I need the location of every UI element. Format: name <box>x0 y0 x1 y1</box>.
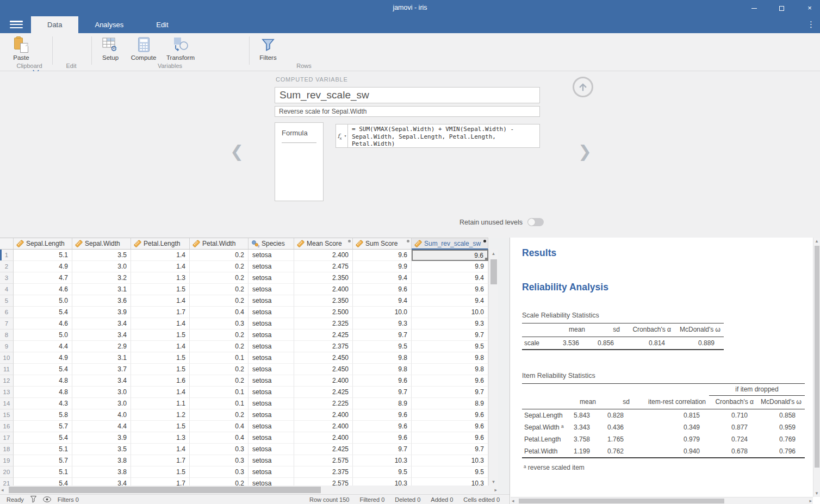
grid-cell[interactable]: 2.375 <box>294 341 353 352</box>
grid-cell[interactable]: 9.5 <box>412 341 488 352</box>
grid-cell[interactable]: 9.6 <box>412 421 488 432</box>
scroll-right-icon[interactable]: ▸ <box>809 498 812 503</box>
grid-cell[interactable]: 2.425 <box>294 444 353 455</box>
row-number[interactable]: 1 <box>0 250 14 261</box>
grid-cell[interactable]: 5.4 <box>14 364 72 375</box>
grid-cell[interactable]: 3.6 <box>72 295 131 307</box>
grid-cell[interactable]: 9.5 <box>353 341 412 352</box>
grid-cell[interactable]: 9.9 <box>353 261 412 272</box>
grid-cell[interactable]: 8.9 <box>412 398 488 409</box>
scroll-left-icon[interactable]: ◂ <box>512 498 514 503</box>
filters-button[interactable]: Filters <box>256 36 281 61</box>
grid-cell[interactable]: setosa <box>249 261 294 272</box>
row-number[interactable]: 12 <box>0 375 14 387</box>
scroll-down-icon[interactable]: ▾ <box>489 478 498 486</box>
compute-button[interactable]: Compute <box>128 36 159 61</box>
grid-cell[interactable]: 9.3 <box>353 318 412 329</box>
column-header[interactable]: Petal.Length <box>131 238 190 250</box>
collapse-editor-button[interactable] <box>573 77 593 97</box>
overflow-menu-icon[interactable]: ⋮ <box>807 19 815 30</box>
grid-cell[interactable]: 1.7 <box>131 478 190 486</box>
grid-cell[interactable]: 3.1 <box>72 284 131 295</box>
grid-cell[interactable]: 9.3 <box>412 318 488 329</box>
column-header[interactable]: Sum_rev_scale_sw <box>412 238 488 250</box>
row-number[interactable]: 5 <box>0 295 14 307</box>
grid-cell[interactable]: 9.4 <box>353 272 412 284</box>
column-header[interactable]: Sepal.Length <box>14 238 72 250</box>
grid-cell[interactable]: 0.2 <box>190 364 249 375</box>
grid-cell[interactable]: setosa <box>249 478 294 486</box>
grid-cell[interactable]: 10.3 <box>412 455 488 466</box>
grid-cell[interactable]: 0.2 <box>190 341 249 352</box>
grid-cell[interactable]: 3.4 <box>72 478 131 486</box>
row-number[interactable]: 21 <box>0 478 14 486</box>
grid-cell[interactable]: setosa <box>249 466 294 478</box>
grid-cell[interactable]: 1.5 <box>131 284 190 295</box>
grid-cell[interactable]: 4.8 <box>14 375 72 387</box>
grid-cell[interactable]: setosa <box>249 329 294 341</box>
grid-cell[interactable]: 0.2 <box>190 375 249 387</box>
grid-cell[interactable]: 0.2 <box>190 409 249 421</box>
grid-cell[interactable]: 0.3 <box>190 444 249 455</box>
status-filter-icon[interactable] <box>30 496 36 503</box>
grid-cell[interactable]: setosa <box>249 307 294 318</box>
grid-cell[interactable]: 3.9 <box>72 432 131 444</box>
grid-cell[interactable]: 9.6 <box>412 250 488 261</box>
paste-button[interactable]: Paste <box>9 36 34 61</box>
row-number[interactable]: 6 <box>0 307 14 318</box>
retain-unused-levels-toggle[interactable] <box>527 218 544 226</box>
grid-cell[interactable]: 2.575 <box>294 478 353 486</box>
grid-cell[interactable]: 0.2 <box>190 478 249 486</box>
grid-cell[interactable]: 3.7 <box>72 364 131 375</box>
grid-cell[interactable]: 9.6 <box>353 250 412 261</box>
grid-cell[interactable]: 1.7 <box>131 307 190 318</box>
grid-cell[interactable]: 3.5 <box>72 444 131 455</box>
grid-cell[interactable]: 9.6 <box>353 409 412 421</box>
grid-cell[interactable]: 2.400 <box>294 375 353 387</box>
grid-cell[interactable]: 5.1 <box>14 444 72 455</box>
row-number[interactable]: 10 <box>0 352 14 364</box>
scroll-up-icon[interactable]: ▴ <box>813 238 820 245</box>
grid-cell[interactable]: setosa <box>249 375 294 387</box>
grid-cell[interactable]: 2.450 <box>294 352 353 364</box>
transform-button[interactable]: Transform <box>164 36 197 61</box>
next-variable-chevron-icon[interactable]: ❯ <box>578 142 592 161</box>
grid-cell[interactable]: 1.4 <box>131 295 190 307</box>
grid-cell[interactable]: 1.3 <box>131 272 190 284</box>
grid-cell[interactable]: setosa <box>249 364 294 375</box>
grid-cell[interactable]: 4.6 <box>14 318 72 329</box>
grid-cell[interactable]: 2.400 <box>294 421 353 432</box>
grid-cell[interactable]: 0.1 <box>190 398 249 409</box>
grid-cell[interactable]: 10.3 <box>412 478 488 486</box>
grid-cell[interactable]: 9.8 <box>412 364 488 375</box>
grid-cell[interactable]: 2.475 <box>294 261 353 272</box>
grid-cell[interactable]: 5.4 <box>14 307 72 318</box>
grid-cell[interactable]: setosa <box>249 444 294 455</box>
grid-cell[interactable]: 9.7 <box>412 387 488 398</box>
formula-tab-panel[interactable]: Formula <box>275 122 324 201</box>
grid-cell[interactable]: 9.6 <box>353 284 412 295</box>
grid-cell[interactable]: 1.6 <box>131 375 190 387</box>
grid-cell[interactable]: 4.0 <box>72 409 131 421</box>
results-vscroll-thumb[interactable] <box>815 246 819 468</box>
setup-button[interactable]: ⚙ Setup <box>98 36 123 61</box>
grid-cell[interactable]: 9.9 <box>412 261 488 272</box>
row-number[interactable]: 3 <box>0 272 14 284</box>
grid-cell[interactable]: 0.2 <box>190 284 249 295</box>
grid-cell[interactable]: setosa <box>249 352 294 364</box>
row-number[interactable]: 17 <box>0 432 14 444</box>
maximize-button[interactable] <box>776 3 786 13</box>
grid-cell[interactable]: 1.7 <box>131 455 190 466</box>
grid-cell[interactable]: 1.5 <box>131 421 190 432</box>
grid-cell[interactable]: 4.6 <box>14 284 72 295</box>
grid-cell[interactable]: 5.4 <box>14 478 72 486</box>
grid-cell[interactable]: 9.6 <box>412 375 488 387</box>
variable-name-input[interactable] <box>275 87 540 103</box>
grid-cell[interactable]: 3.0 <box>72 398 131 409</box>
column-header[interactable]: Sum Score <box>353 238 412 250</box>
grid-cell[interactable]: 0.2 <box>190 295 249 307</box>
grid-cell[interactable]: 9.7 <box>353 387 412 398</box>
row-number[interactable]: 4 <box>0 284 14 295</box>
tab-data[interactable]: Data <box>31 16 78 33</box>
row-number[interactable]: 15 <box>0 409 14 421</box>
